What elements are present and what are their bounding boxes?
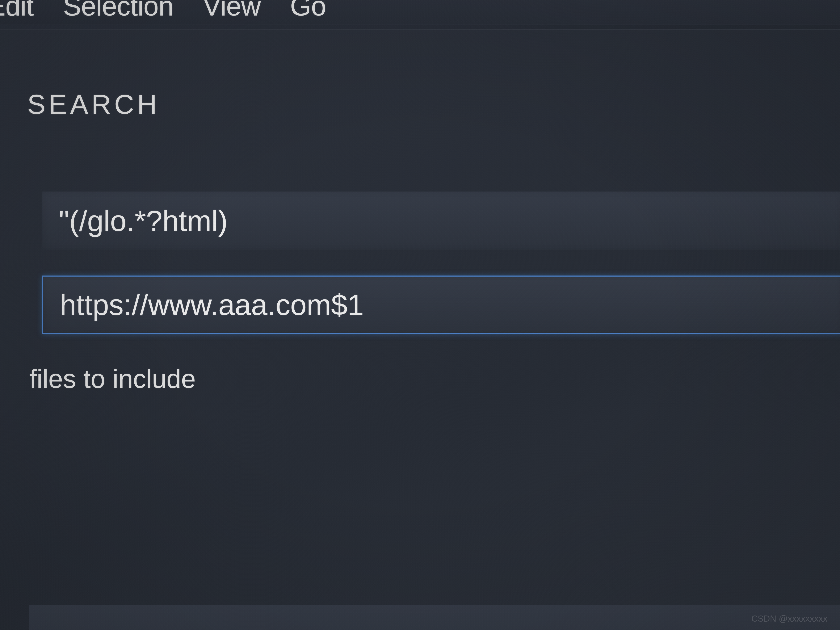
search-panel-title: SEARCH: [27, 88, 840, 120]
watermark: CSDN @xxxxxxxxx: [752, 614, 827, 624]
menu-go[interactable]: Go: [290, 0, 326, 22]
replace-input[interactable]: https://www.aaa.com$1: [42, 276, 840, 334]
files-to-include-label: files to include: [29, 364, 840, 394]
files-to-include-input[interactable]: [29, 605, 840, 630]
menu-selection[interactable]: Selection: [63, 0, 174, 22]
search-input[interactable]: "(/glo.*?html): [42, 191, 840, 250]
replace-input-value: https://www.aaa.com$1: [60, 288, 364, 322]
search-input-value: "(/glo.*?html): [59, 204, 227, 238]
menu-edit[interactable]: Edit: [0, 0, 33, 22]
search-panel: SEARCH "(/glo.*?html) https://www.aaa.co…: [0, 29, 840, 630]
menubar: Edit Selection View Go: [0, 0, 840, 25]
menu-view[interactable]: View: [203, 0, 261, 22]
